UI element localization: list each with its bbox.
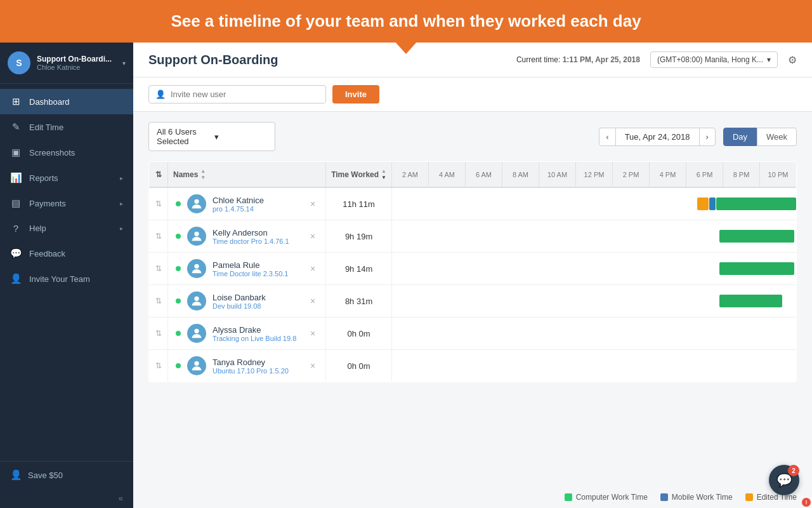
user-version: Dev build 19.08 (213, 302, 301, 310)
user-name: Kelly Anderson (213, 228, 301, 237)
remove-user-button[interactable]: × (308, 361, 318, 371)
save-icon: 👤 (10, 469, 22, 481)
timeline-bar (719, 230, 794, 243)
user-select[interactable]: All 6 Users Selected ▾ (148, 122, 275, 151)
sidebar-item-label: Invite Your Team (29, 274, 123, 284)
chevron-right-icon: ▸ (120, 200, 123, 207)
table-row: ⇅ Loise DanbarkDev build 19.08×8h 31m (149, 285, 797, 318)
chevron-down-icon: ▾ (214, 132, 267, 142)
invite-team-icon: 👤 (10, 273, 22, 284)
legend-dot-computer (565, 493, 572, 501)
sidebar-item-dashboard[interactable]: ⊞ Dashboard (0, 89, 133, 114)
view-day-button[interactable]: Day (723, 128, 757, 146)
view-week-button[interactable]: Week (757, 128, 797, 146)
invite-input-wrap: 👤 (148, 85, 326, 104)
main-content: Support On-Boarding Current time: 1:11 P… (133, 43, 812, 508)
hour-col-6am: 6 AM (466, 162, 502, 188)
profile-sub: Chloe Katnice (37, 64, 116, 71)
status-dot (176, 201, 181, 206)
chevron-down-icon: ▾ (122, 60, 126, 67)
banner-arrow (395, 41, 417, 54)
chevron-right-icon: ▸ (120, 175, 123, 182)
time-worked-cell: 8h 31m (326, 285, 392, 318)
sidebar-item-invite-team[interactable]: 👤 Invite Your Team (0, 266, 133, 291)
names-col-header: Names ▲▼ (168, 162, 326, 188)
status-dot (176, 266, 181, 271)
legend-label-computer: Computer Work Time (576, 493, 648, 502)
sidebar-item-label: Edit Time (29, 123, 123, 132)
table-row: ⇅ Pamela RuleTime Doctor lite 2.3.50.1×!… (149, 253, 797, 285)
dashboard-icon: ⊞ (10, 96, 22, 107)
svg-point-5 (194, 361, 199, 366)
collapse-button[interactable]: « (0, 488, 133, 508)
profile-name: Support On-Boardi... (37, 55, 116, 64)
legend-mobile: Mobile Work Time (660, 493, 733, 502)
invite-row: 👤 Invite (133, 77, 812, 112)
time-worked-cell: 11h 11m (326, 187, 392, 220)
svg-point-3 (194, 297, 199, 301)
date-next-button[interactable]: › (699, 128, 716, 146)
time-col-header: Time Worked ▲▼ (326, 162, 392, 188)
time-worked-cell: 9h 14m (326, 253, 392, 285)
remove-user-button[interactable]: × (308, 296, 318, 306)
name-cell: Chloe Katnicepro 1.4.75.14× (168, 187, 326, 220)
remove-user-button[interactable]: × (308, 328, 318, 338)
banner-text: See a timeline of your team and when the… (171, 11, 641, 30)
timeline-cell (392, 350, 797, 382)
sidebar-nav: ⊞ Dashboard ✎ Edit Time ▣ Screenshots 📊 … (0, 84, 133, 461)
sidebar-item-reports[interactable]: 📊 Reports ▸ (0, 165, 133, 190)
legend-label-mobile: Mobile Work Time (672, 493, 733, 502)
chat-bubble[interactable]: 💬 2 (769, 465, 799, 495)
user-name: Loise Danbark (213, 293, 301, 302)
sidebar-save[interactable]: 👤 Save $50 (0, 461, 133, 488)
legend-dot-mobile (660, 493, 668, 501)
legend-dot-edited (745, 493, 753, 501)
hour-col-2am: 2 AM (392, 162, 429, 188)
user-version: Time doctor Pro 1.4.76.1 (213, 237, 301, 245)
table-row: ⇅ Kelly AndersonTime doctor Pro 1.4.76.1… (149, 220, 797, 253)
payments-icon: ▤ (10, 197, 22, 209)
sidebar-item-edit-time[interactable]: ✎ Edit Time (0, 114, 133, 140)
timeline-cell (392, 187, 797, 220)
legend-computer: Computer Work Time (565, 493, 648, 502)
sidebar-item-label: Help (29, 224, 112, 233)
remove-user-button[interactable]: × (308, 264, 318, 274)
sidebar-item-label: Dashboard (29, 97, 123, 107)
timeline-bar (697, 197, 709, 210)
invite-input[interactable] (171, 90, 319, 99)
remove-user-button[interactable]: × (308, 199, 318, 209)
reports-icon: 📊 (10, 172, 22, 184)
app-body: S Support On-Boardi... Chloe Katnice ▾ ⊞… (0, 43, 812, 508)
timezone-select[interactable]: (GMT+08:00) Manila, Hong K... ▾ (650, 51, 778, 68)
avatar (187, 194, 206, 213)
page-title: Support On-Boarding (148, 53, 278, 67)
timezone-value: (GMT+08:00) Manila, Hong K... (657, 55, 763, 64)
avatar (187, 259, 206, 278)
user-name: Chloe Katnice (213, 196, 301, 205)
remove-user-button[interactable]: × (308, 231, 318, 241)
svg-point-0 (194, 199, 199, 204)
date-prev-button[interactable]: ‹ (599, 128, 615, 146)
time-worked-cell: 9h 19m (326, 220, 392, 253)
status-dot (176, 234, 181, 239)
row-sort: ⇅ (149, 285, 168, 318)
chevron-right-icon: ▸ (120, 225, 123, 232)
sidebar-item-payments[interactable]: ▤ Payments ▸ (0, 190, 133, 216)
svg-point-4 (194, 329, 199, 333)
sidebar: S Support On-Boardi... Chloe Katnice ▾ ⊞… (0, 43, 133, 508)
sidebar-item-help[interactable]: ? Help ▸ (0, 216, 133, 241)
settings-icon[interactable]: ⚙ (788, 54, 797, 66)
hour-col-6pm: 6 PM (686, 162, 723, 188)
banner: See a timeline of your team and when the… (0, 0, 812, 43)
sidebar-profile[interactable]: S Support On-Boardi... Chloe Katnice ▾ (0, 43, 133, 84)
sidebar-item-screenshots[interactable]: ▣ Screenshots (0, 140, 133, 165)
hour-col-10pm: 10 PM (760, 162, 797, 188)
avatar (187, 291, 206, 311)
invite-button[interactable]: Invite (332, 85, 379, 104)
sidebar-item-label: Screenshots (29, 148, 123, 157)
name-cell: Pamela RuleTime Doctor lite 2.3.50.1×! (168, 253, 326, 285)
user-version: Tracking on Live Build 19.8 (213, 335, 301, 342)
edit-time-icon: ✎ (10, 121, 22, 133)
controls-right: ‹ Tue, Apr 24, 2018 › Day Week (599, 128, 797, 146)
sidebar-item-feedback[interactable]: 💬 Feedback (0, 241, 133, 266)
